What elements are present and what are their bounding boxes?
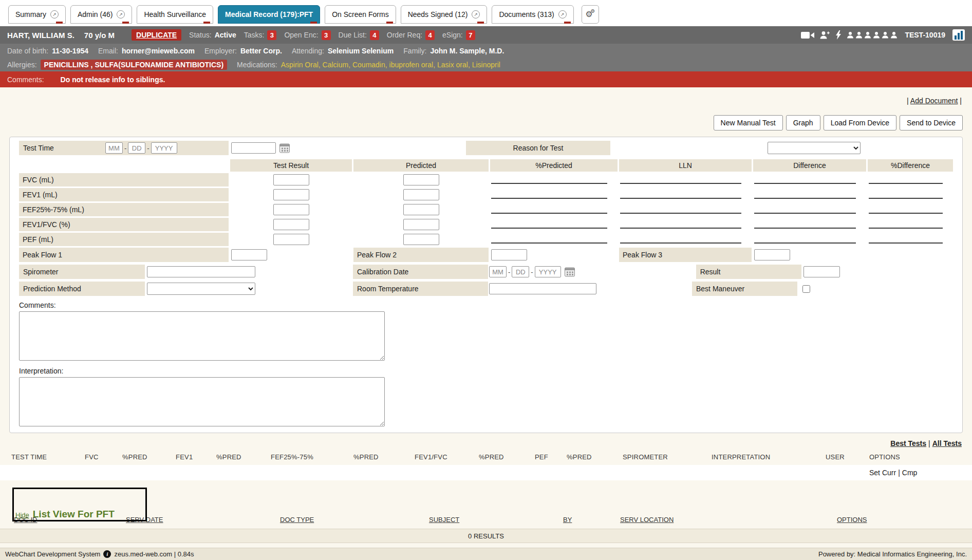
fev1-test-result-input[interactable] [273, 189, 309, 200]
popout-icon[interactable]: ↗ [117, 10, 125, 18]
fvc-predicted-input[interactable] [403, 174, 439, 185]
result-input[interactable] [803, 266, 840, 277]
results-header: PEF [535, 453, 567, 461]
fev1-fvc-pct-predicted-line [491, 228, 607, 229]
patient-icon[interactable] [855, 31, 863, 39]
tab-health-surveillance[interactable]: Health Surveillance [137, 5, 213, 24]
graph-button[interactable]: Graph [786, 115, 820, 130]
chart-icon[interactable] [952, 29, 965, 41]
video-camera-icon[interactable] [801, 31, 814, 39]
allergies-badge[interactable]: PENICILLINS , SULFA(SULFONAMIDE ANTIBIOT… [41, 60, 227, 70]
doc-type-header[interactable]: DOC TYPE [280, 516, 429, 524]
subject-header[interactable]: SUBJECT [429, 516, 563, 524]
tab-summary[interactable]: Summary ↗ [8, 5, 66, 24]
test-time-cell: Test Time - - [19, 141, 229, 155]
order-req-count-badge[interactable]: 4 [425, 30, 435, 40]
open-enc-count-badge[interactable]: 3 [322, 30, 331, 40]
hide-link[interactable]: Hide [15, 511, 29, 519]
patient-icon[interactable] [882, 31, 889, 39]
medication-link[interactable]: Aspirin Oral [281, 61, 323, 69]
order-req-label: Order Req: [387, 31, 422, 39]
esign-count-badge[interactable]: 7 [466, 30, 475, 40]
column-header: Difference [753, 159, 866, 172]
tab-needs-signed[interactable]: Needs Signed (12) ↗ [401, 5, 488, 24]
serv-date-header[interactable]: SERV DATE [126, 516, 280, 524]
options-header[interactable]: OPTIONS [837, 516, 972, 524]
patient-icon[interactable] [873, 31, 880, 39]
due-list-count-badge[interactable]: 4 [370, 30, 379, 40]
medication-link[interactable]: Lasix oral [437, 61, 472, 69]
reason-for-test-select[interactable] [768, 142, 861, 154]
pft-row-fev1: FEV1 (mL) [19, 188, 953, 201]
fef-test-result-input[interactable] [273, 204, 309, 215]
peak-flow-1-label: Peak Flow 1 [19, 248, 229, 262]
calendar-button[interactable] [279, 142, 290, 154]
fvc-test-result-input[interactable] [273, 174, 309, 185]
info-icon[interactable]: i [103, 550, 111, 558]
add-document-link[interactable]: Add Document [910, 97, 958, 105]
peak-flow-3-input[interactable] [754, 249, 790, 260]
best-tests-link[interactable]: Best Tests [890, 439, 926, 447]
medication-link[interactable]: Calcium [323, 61, 352, 69]
new-manual-test-button[interactable]: New Manual Test [714, 115, 783, 130]
allergies-medications-row: Allergies: PENICILLINS , SULFA(SULFONAMI… [0, 58, 972, 71]
medication-link[interactable]: Lisinopril [472, 61, 500, 69]
results-table-header: TEST TIME FVC %PRED FEV1 %PRED FEF25%-75… [0, 451, 972, 463]
patient-icon[interactable] [864, 31, 871, 39]
lightning-icon[interactable] [835, 30, 842, 40]
room-temperature-input[interactable] [489, 283, 596, 294]
tasks-count-badge[interactable]: 3 [267, 30, 276, 40]
interpretation-textarea[interactable] [19, 377, 385, 426]
test-time-year-input[interactable] [151, 142, 177, 154]
peak-flow-1-input[interactable] [231, 249, 267, 260]
fev1-fvc-predicted-input[interactable] [403, 219, 439, 230]
add-patient-icon[interactable] [819, 31, 830, 39]
patient-icon[interactable] [890, 31, 898, 39]
pef-predicted-input[interactable] [403, 234, 439, 245]
patient-header-icons: TEST-10019 [801, 29, 965, 41]
fev1-fvc-test-result-input[interactable] [273, 219, 309, 230]
duplicate-badge[interactable]: DUPLICATE [132, 29, 181, 41]
fef-predicted-input[interactable] [403, 204, 439, 215]
status-value: Active [215, 31, 236, 39]
results-header: %PRED [567, 453, 623, 461]
calibration-calendar-button[interactable] [564, 266, 575, 277]
tab-on-screen-forms[interactable]: On Screen Forms [325, 5, 396, 24]
calibration-year-input[interactable] [535, 266, 561, 277]
serv-location-header[interactable]: SERV LOCATION [620, 516, 837, 524]
pef-test-result-input[interactable] [273, 234, 309, 245]
popout-icon[interactable]: ↗ [472, 10, 480, 18]
tab-documents[interactable]: Documents (313) ↗ [492, 5, 573, 24]
email-label: Email: [98, 47, 118, 55]
form-comments-textarea[interactable] [19, 311, 385, 361]
patient-icon[interactable] [847, 31, 854, 39]
test-time-month-input[interactable] [105, 142, 123, 154]
popout-icon[interactable]: ↗ [50, 10, 59, 18]
calibration-month-input[interactable] [489, 266, 507, 277]
send-to-device-button[interactable]: Send to Device [900, 115, 963, 130]
calibration-day-input[interactable] [512, 266, 529, 277]
by-header[interactable]: BY [563, 516, 620, 524]
load-from-device-button[interactable]: Load From Device [824, 115, 896, 130]
medication-link[interactable]: Coumadin [352, 61, 389, 69]
prediction-method-select[interactable] [147, 283, 255, 295]
popout-icon[interactable]: ↗ [558, 10, 567, 18]
separator: | [960, 97, 962, 105]
medication-link[interactable]: ibuprofen oral [389, 61, 437, 69]
cmp-link[interactable]: Cmp [902, 469, 918, 477]
fev1-fvc-lln-line [620, 228, 741, 229]
open-enc-field: Open Enc: 3 [284, 30, 330, 40]
peak-flow-2-input[interactable] [491, 249, 527, 260]
best-maneuver-checkbox[interactable] [802, 285, 810, 293]
fev1-predicted-input[interactable] [403, 189, 439, 200]
settings-button[interactable]: ⚙ ⚙ [582, 5, 599, 24]
tab-admin[interactable]: Admin (46) ↗ [70, 5, 132, 24]
spirometer-input[interactable] [147, 266, 255, 277]
test-time-day-input[interactable] [128, 142, 145, 154]
room-temperature-label: Room Temperature [353, 282, 488, 296]
test-time-time-input[interactable] [231, 142, 276, 154]
tab-medical-record[interactable]: Medical Record (179):PFT [218, 5, 320, 24]
all-tests-link[interactable]: All Tests [932, 439, 962, 447]
set-curr-link[interactable]: Set Curr [869, 469, 896, 477]
email-value: horner@mieweb.com [122, 47, 195, 55]
